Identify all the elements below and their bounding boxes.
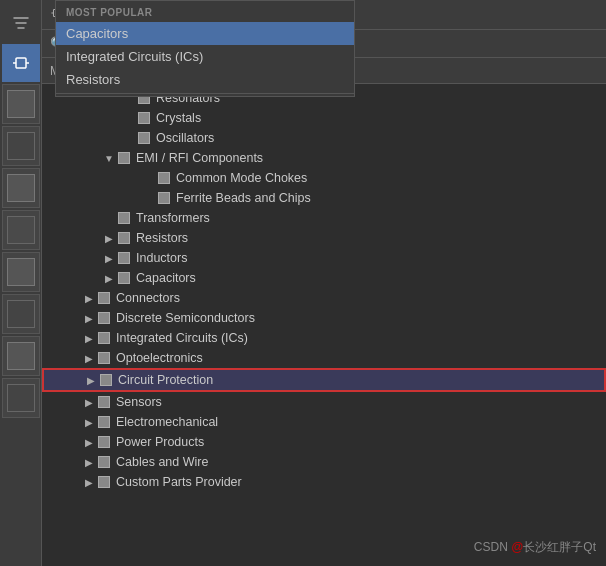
tree-label-14: Circuit Protection: [118, 373, 213, 387]
part-thumbnail-6: [2, 294, 40, 334]
tree-comp-icon-16: [96, 414, 112, 430]
tree-comp-icon-15: [96, 394, 112, 410]
tree-item-6[interactable]: Transformers: [42, 208, 606, 228]
dropdown-panel: MOST POPULAR CapacitorsIntegrated Circui…: [55, 0, 355, 97]
tree-comp-icon-7: [116, 230, 132, 246]
tree-arrow-13: ▶: [82, 353, 96, 364]
filter-icon[interactable]: [2, 4, 40, 42]
tree-label-1: Crystals: [156, 111, 201, 125]
tree-label-11: Discrete Semiconductors: [116, 311, 255, 325]
tree-arrow-15: ▶: [82, 397, 96, 408]
part-thumbnail-2: [2, 126, 40, 166]
tree-arrow-8: ▶: [102, 253, 116, 264]
tree-comp-icon-1: [136, 110, 152, 126]
tree-item-15[interactable]: ▶Sensors: [42, 392, 606, 412]
tree-label-12: Integrated Circuits (ICs): [116, 331, 248, 345]
tree-comp-icon-11: [96, 310, 112, 326]
tree-label-10: Connectors: [116, 291, 180, 305]
tree-label-19: Custom Parts Provider: [116, 475, 242, 489]
tree-item-4[interactable]: Common Mode Chokes: [42, 168, 606, 188]
tree-label-6: Transformers: [136, 211, 210, 225]
tree-arrow-18: ▶: [82, 457, 96, 468]
tree-arrow-17: ▶: [82, 437, 96, 448]
tree-item-9[interactable]: ▶Capacitors: [42, 268, 606, 288]
tree-comp-icon-8: [116, 250, 132, 266]
tree-item-11[interactable]: ▶Discrete Semiconductors: [42, 308, 606, 328]
tree-label-2: Oscillators: [156, 131, 214, 145]
tree-label-3: EMI / RFI Components: [136, 151, 263, 165]
tree-arrow-12: ▶: [82, 333, 96, 344]
tree-comp-icon-3: [116, 150, 132, 166]
tree-arrow-7: ▶: [102, 233, 116, 244]
tree-item-12[interactable]: ▶Integrated Circuits (ICs): [42, 328, 606, 348]
tree-label-8: Inductors: [136, 251, 187, 265]
tree-item-5[interactable]: Ferrite Beads and Chips: [42, 188, 606, 208]
tree-label-16: Electromechanical: [116, 415, 218, 429]
tree-comp-icon-13: [96, 350, 112, 366]
part-thumbnail-1: [2, 84, 40, 124]
tree-item-16[interactable]: ▶Electromechanical: [42, 412, 606, 432]
tree-label-4: Common Mode Chokes: [176, 171, 307, 185]
tree-comp-icon-5: [156, 190, 172, 206]
tree-comp-icon-18: [96, 454, 112, 470]
tree-comp-icon-4: [156, 170, 172, 186]
tree-label-17: Power Products: [116, 435, 204, 449]
tree-comp-icon-2: [136, 130, 152, 146]
tree-label-18: Cables and Wire: [116, 455, 208, 469]
dropdown-item-0[interactable]: Capacitors: [56, 22, 354, 45]
part-thumbnail-5: [2, 252, 40, 292]
tree-item-13[interactable]: ▶Optoelectronics: [42, 348, 606, 368]
tree-item-14[interactable]: ▶Circuit Protection: [42, 368, 606, 392]
tree-item-3[interactable]: ▼EMI / RFI Components: [42, 148, 606, 168]
tree-label-13: Optoelectronics: [116, 351, 203, 365]
tree-label-5: Ferrite Beads and Chips: [176, 191, 311, 205]
tree-arrow-3: ▼: [102, 153, 116, 164]
tree-arrow-9: ▶: [102, 273, 116, 284]
sidebar: [0, 0, 42, 566]
svg-rect-0: [16, 58, 26, 68]
tree-item-19[interactable]: ▶Custom Parts Provider: [42, 472, 606, 492]
part-thumbnail-8: [2, 378, 40, 418]
tree-comp-icon-14: [98, 372, 114, 388]
tree-item-10[interactable]: ▶Connectors: [42, 288, 606, 308]
tree-arrow-19: ▶: [82, 477, 96, 488]
tree-comp-icon-10: [96, 290, 112, 306]
part-thumbnail-4: [2, 210, 40, 250]
tree-item-7[interactable]: ▶Resistors: [42, 228, 606, 248]
tree-comp-icon-19: [96, 474, 112, 490]
tree-item-8[interactable]: ▶Inductors: [42, 248, 606, 268]
part-thumbnail-3: [2, 168, 40, 208]
tree-arrow-10: ▶: [82, 293, 96, 304]
part-thumbnail-7: [2, 336, 40, 376]
tree-item-1[interactable]: Crystals: [42, 108, 606, 128]
component-icon[interactable]: [2, 44, 40, 82]
tree-label-15: Sensors: [116, 395, 162, 409]
tree-label-9: Capacitors: [136, 271, 196, 285]
tree-area[interactable]: ResonatorsCrystalsOscillators▼EMI / RFI …: [42, 84, 606, 566]
most-popular-label: MOST POPULAR: [56, 1, 354, 22]
dropdown-item-2[interactable]: Resistors: [56, 68, 354, 91]
tree-comp-icon-12: [96, 330, 112, 346]
tree-arrow-14: ▶: [84, 375, 98, 386]
tree-arrow-11: ▶: [82, 313, 96, 324]
dropdown-item-1[interactable]: Integrated Circuits (ICs): [56, 45, 354, 68]
tree-item-2[interactable]: Oscillators: [42, 128, 606, 148]
tree-item-17[interactable]: ▶Power Products: [42, 432, 606, 452]
tree-arrow-16: ▶: [82, 417, 96, 428]
tree-label-7: Resistors: [136, 231, 188, 245]
tree-comp-icon-17: [96, 434, 112, 450]
tree-comp-icon-9: [116, 270, 132, 286]
tree-comp-icon-6: [116, 210, 132, 226]
tree-item-18[interactable]: ▶Cables and Wire: [42, 452, 606, 472]
